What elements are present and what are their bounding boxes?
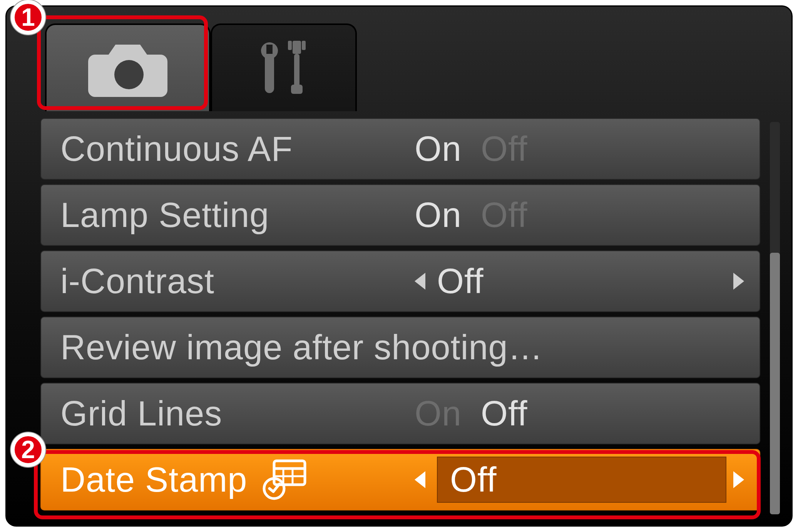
tab-bar [45, 23, 357, 111]
menu-item-label: i-Contrast [60, 262, 214, 301]
menu-item-value: On Off [415, 185, 744, 245]
camera-menu-screen: Continuous AF On Off Lamp Setting On Off… [5, 5, 793, 527]
option-off[interactable]: Off [481, 195, 527, 235]
menu-item-value: Off [415, 450, 744, 510]
menu-item-label: Grid Lines [60, 394, 222, 434]
svg-rect-5 [291, 85, 303, 94]
menu-item-review-image[interactable]: Review image after shooting… [40, 317, 760, 378]
menu-list: Continuous AF On Off Lamp Setting On Off… [40, 118, 760, 510]
camera-icon [84, 35, 172, 101]
option-value-box: Off [437, 457, 726, 503]
option-value: Off [450, 460, 497, 500]
svg-point-0 [114, 60, 144, 89]
option-value: Off [437, 262, 483, 301]
option-on[interactable]: On [415, 394, 462, 434]
menu-item-value: Off [415, 251, 744, 311]
chevron-left-icon[interactable] [415, 273, 425, 290]
svg-rect-2 [288, 41, 292, 50]
callout-badge-2-number: 2 [21, 435, 35, 464]
option-on[interactable]: On [415, 195, 462, 235]
menu-item-date-stamp[interactable]: Date Stamp Off [40, 449, 760, 510]
option-off[interactable]: Off [481, 129, 527, 169]
scrollbar-thumb[interactable] [770, 253, 780, 514]
tab-setup[interactable] [211, 23, 357, 111]
date-stamp-icon [261, 459, 307, 501]
menu-item-i-contrast[interactable]: i-Contrast Off [40, 250, 760, 312]
svg-rect-4 [294, 54, 299, 89]
svg-rect-3 [302, 41, 306, 50]
callout-badge-1: 1 [11, 0, 45, 35]
chevron-right-icon[interactable] [733, 471, 744, 488]
option-on[interactable]: On [415, 129, 462, 169]
menu-item-label: Review image after shooting… [60, 328, 543, 367]
svg-rect-1 [293, 41, 301, 54]
menu-item-continuous-af[interactable]: Continuous AF On Off [40, 118, 760, 180]
menu-item-label: Continuous AF [60, 129, 293, 169]
chevron-right-icon[interactable] [733, 273, 744, 290]
menu-item-lamp-setting[interactable]: Lamp Setting On Off [40, 184, 760, 246]
menu-item-label: Lamp Setting [60, 195, 269, 235]
callout-badge-1-number: 1 [21, 3, 35, 32]
menu-item-grid-lines[interactable]: Grid Lines On Off [40, 383, 760, 444]
tools-icon [251, 35, 316, 101]
tab-shooting[interactable] [45, 23, 211, 111]
menu-item-value: On Off [415, 384, 744, 444]
menu-item-value: On Off [415, 119, 744, 179]
option-off[interactable]: Off [481, 394, 527, 434]
chevron-left-icon[interactable] [415, 471, 425, 488]
menu-item-label: Date Stamp [60, 460, 247, 500]
callout-badge-2: 2 [11, 432, 45, 467]
